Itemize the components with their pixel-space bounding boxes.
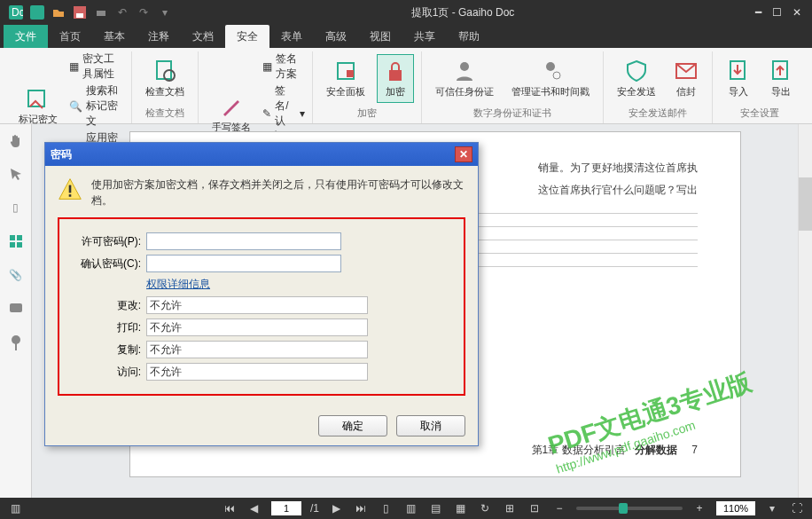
tab-security[interactable]: 安全: [225, 25, 269, 48]
thumbnail-tool[interactable]: [5, 231, 27, 252]
print-label: 打印:: [72, 320, 141, 335]
vertical-scrollbar[interactable]: [798, 124, 812, 498]
tab-help[interactable]: 帮助: [447, 25, 491, 48]
zoom-input[interactable]: [716, 501, 755, 515]
tab-home[interactable]: 首页: [48, 25, 92, 48]
search-redact[interactable]: 🔍搜索和标记密文: [69, 83, 124, 129]
svg-text:Dc: Dc: [12, 6, 23, 19]
undo-icon[interactable]: ↶: [114, 4, 130, 20]
zoom-in[interactable]: +: [691, 500, 707, 516]
permit-password-input[interactable]: [146, 232, 341, 250]
print-value: 不允许: [146, 318, 368, 336]
tab-comment[interactable]: 注释: [137, 25, 181, 48]
svg-rect-10: [347, 70, 354, 77]
attachment-tool[interactable]: 📎: [5, 264, 27, 286]
svg-rect-5: [97, 11, 105, 16]
group-inspect: 检查文档 检查文档: [132, 51, 199, 123]
sb-rotate[interactable]: ↻: [477, 500, 493, 516]
lock-icon: [383, 59, 408, 83]
confirm-password-label: 确认密码(C):: [72, 256, 141, 271]
arrow-tool[interactable]: [5, 163, 27, 185]
dialog-titlebar[interactable]: 密码 ✕: [45, 143, 478, 166]
import-button[interactable]: 导入: [720, 54, 757, 103]
export-icon: [769, 59, 793, 83]
page-number-input[interactable]: [271, 501, 301, 515]
comment-tool[interactable]: [5, 298, 27, 319]
document-title: 提取1页 - Gaaiho Doc: [176, 5, 750, 20]
sb-view3[interactable]: ▤: [427, 500, 443, 516]
sign-scheme[interactable]: ▦签名方案: [262, 51, 305, 82]
zoom-dropdown-icon[interactable]: ▾: [764, 500, 780, 516]
sb-view4[interactable]: ▦: [452, 500, 468, 516]
sb-view2[interactable]: ▥: [402, 500, 418, 516]
app-icon-edit: [29, 4, 45, 20]
shield-icon: [624, 59, 649, 83]
group-identity: 可信任身份证 管理证书和时间戳 数字身份证和证书: [422, 51, 604, 123]
scroll-thumb[interactable]: [799, 177, 812, 231]
search-icon: 🔍: [69, 99, 82, 114]
save-icon[interactable]: [72, 4, 88, 20]
trusted-id-button[interactable]: 可信任身份证: [429, 54, 500, 103]
sb-prev-page[interactable]: ◀: [246, 500, 262, 516]
encrypt-button[interactable]: 加密: [377, 54, 414, 103]
change-value: 不允许: [146, 296, 368, 314]
manage-cert-button[interactable]: 管理证书和时间戳: [505, 54, 596, 103]
cert-icon: [538, 59, 563, 83]
sb-fullscreen[interactable]: ⛶: [789, 500, 805, 516]
envelope-button[interactable]: 信封: [668, 54, 705, 103]
app-icon-doc: Dc: [8, 4, 24, 20]
title-bar: Dc ↶ ↷ ▾ 提取1页 - Gaaiho Doc ━ ☐ ✕: [0, 0, 812, 25]
security-panel-button[interactable]: 安全面板: [320, 54, 371, 103]
tab-form[interactable]: 表单: [269, 25, 314, 48]
ok-button[interactable]: 确定: [318, 415, 387, 436]
tab-share[interactable]: 共享: [402, 25, 447, 48]
svg-rect-11: [389, 70, 402, 81]
tab-document[interactable]: 文档: [181, 25, 225, 48]
copy-label: 复制:: [72, 342, 141, 358]
secure-send-button[interactable]: 安全发送: [611, 54, 662, 103]
sb-last-page[interactable]: ⏭: [353, 500, 369, 516]
svg-rect-6: [28, 90, 44, 106]
export-button[interactable]: 导出: [762, 54, 800, 103]
close-button[interactable]: ✕: [792, 6, 801, 19]
sb-first-page[interactable]: ⏮: [222, 500, 238, 516]
redact-props[interactable]: ▦密文工具属性: [69, 51, 124, 82]
minimize-button[interactable]: ━: [755, 6, 761, 19]
sb-fit1[interactable]: ⊞: [502, 500, 518, 516]
print-icon[interactable]: [93, 4, 109, 20]
menu-bar: 文件 首页 基本 注释 文档 安全 表单 高级 视图 共享 帮助: [0, 25, 812, 48]
svg-rect-18: [10, 235, 15, 240]
sb-fit2[interactable]: ⊡: [527, 500, 543, 516]
maximize-button[interactable]: ☐: [772, 6, 782, 19]
tab-advanced[interactable]: 高级: [314, 25, 358, 48]
mark-redact-button[interactable]: 标记密文: [12, 82, 64, 130]
tab-file[interactable]: 文件: [4, 25, 48, 48]
open-icon[interactable]: [51, 4, 66, 20]
zoom-thumb[interactable]: [619, 503, 628, 514]
inspect-doc-button[interactable]: 检查文档: [139, 54, 191, 103]
group-encrypt: 安全面板 加密 加密: [313, 51, 422, 123]
confirm-password-input[interactable]: [146, 255, 341, 272]
panel-lock-icon: [333, 59, 358, 83]
redo-icon[interactable]: ↷: [136, 4, 152, 20]
pin-tool[interactable]: [5, 332, 27, 353]
svg-rect-21: [17, 242, 22, 248]
bookmark-tool[interactable]: ▯: [5, 197, 27, 218]
copy-value: 不允许: [146, 341, 368, 358]
sb-panel-icon[interactable]: ▥: [7, 500, 23, 516]
zoom-slider[interactable]: [576, 507, 683, 510]
hand-tool[interactable]: [5, 130, 27, 151]
zoom-out[interactable]: −: [551, 500, 567, 516]
dropdown-icon[interactable]: ▾: [157, 4, 173, 20]
user-icon: [452, 59, 477, 83]
cancel-button[interactable]: 取消: [396, 415, 465, 436]
status-bar: ▥ ⏮ ◀ /1 ▶ ⏭ ▯ ▥ ▤ ▦ ↻ ⊞ ⊡ − + ▾ ⛶: [0, 498, 812, 519]
permission-details-link[interactable]: 权限详细信息: [146, 277, 210, 292]
tab-basic[interactable]: 基本: [92, 25, 137, 48]
change-label: 更改:: [72, 298, 141, 313]
dialog-close-button[interactable]: ✕: [455, 146, 472, 162]
page-footer: 第1章 数据分析引言 分解数据 7: [532, 440, 698, 460]
tab-view[interactable]: 视图: [358, 25, 402, 48]
sb-view1[interactable]: ▯: [378, 500, 394, 516]
sb-next-page[interactable]: ▶: [328, 500, 344, 516]
